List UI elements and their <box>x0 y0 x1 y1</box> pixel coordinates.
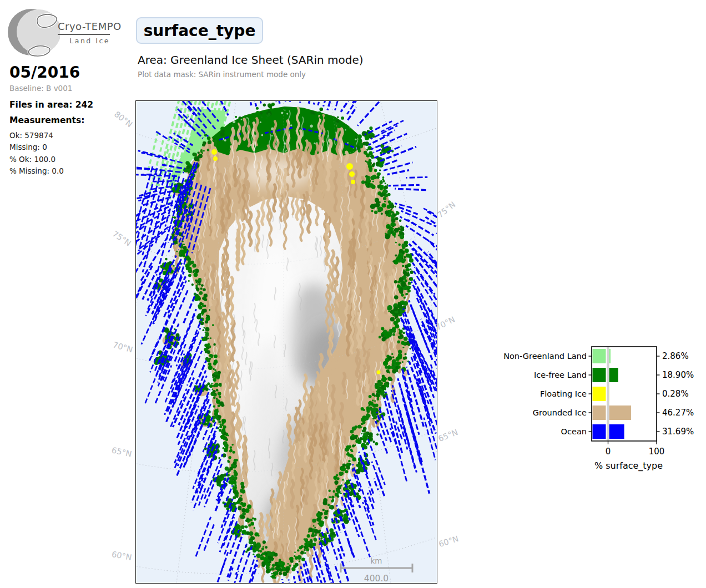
value-label-4: 31.69% <box>662 427 694 437</box>
category-label-3: Grounded Ice <box>533 408 587 417</box>
lat-tick-70n-right: 70°N <box>434 315 456 332</box>
lat-tick-65n-right: 65°N <box>437 428 459 443</box>
bar-0 <box>609 349 611 363</box>
value-label-1: 18.90% <box>662 370 694 380</box>
lat-tick-75n-right: 75°N <box>436 200 457 219</box>
value-label-3: 46.27% <box>662 408 694 418</box>
x-tick-0: 0 <box>606 447 611 457</box>
value-label-0: 2.86% <box>662 351 689 361</box>
zero-line <box>607 347 609 440</box>
stat-pct-missing: % Missing: 0.0 <box>9 166 64 175</box>
lat-tick-60n-right: 60°N <box>437 534 460 549</box>
category-label-0: Non-Greenland Land <box>503 352 587 361</box>
cryo-tempo-logo-icon <box>7 4 60 60</box>
stat-ok: Ok: 579874 <box>9 131 53 140</box>
lat-tick-75n-left: 75°N <box>111 229 133 248</box>
legend-swatch-1 <box>593 368 606 382</box>
measurements-heading: Measurements: <box>9 115 84 125</box>
x-axis-label: % surface_type <box>594 460 663 472</box>
bar-4 <box>609 424 624 439</box>
period-label: 05/2016 <box>9 63 80 82</box>
area-subtitle: Area: Greenland Ice Sheet (SARin mode) <box>138 53 364 67</box>
legend-swatch-0 <box>593 349 606 363</box>
page: { "logo": { "title": "Cryo-TEMPO", "subt… <box>0 0 706 588</box>
logo-rule <box>58 34 110 35</box>
mask-note: Plot data mask: SARin instrument mode on… <box>138 70 306 79</box>
legend-swatch-3 <box>593 405 606 420</box>
stat-pct-ok: % Ok: 100.0 <box>9 155 56 164</box>
logo-subtitle: Land Ice <box>58 37 110 45</box>
value-label-2: 0.28% <box>662 389 689 399</box>
legend-swatch-2 <box>593 387 606 401</box>
logo-title: Cryo-TEMPO <box>58 21 122 32</box>
category-label-2: Floating Ice <box>540 389 587 398</box>
baseline-label: Baseline: B v001 <box>9 84 72 93</box>
greenland-map-plot: km 400.0 <box>135 100 437 584</box>
scalebar-unit: km <box>371 556 382 565</box>
legend-swatch-4 <box>593 424 606 439</box>
variable-title-badge: surface_type <box>136 17 263 44</box>
lat-tick-80n-left: 80°N <box>113 109 134 129</box>
lat-tick-60n-left: 60°N <box>111 550 133 562</box>
bar-3 <box>609 405 631 420</box>
category-label-4: Ocean <box>561 427 587 436</box>
files-in-area: Files in area: 242 <box>9 100 93 110</box>
lat-tick-65n-left: 65°N <box>111 445 133 458</box>
scalebar-value: 400.0 <box>364 574 389 583</box>
x-tick-100: 100 <box>649 447 665 457</box>
stat-missing: Missing: 0 <box>9 143 47 151</box>
surface-type-bar-chart: Non-Greenland Land2.86%Ice-free Land18.9… <box>472 339 706 478</box>
category-label-1: Ice-free Land <box>534 371 587 379</box>
map-canvas: km 400.0 <box>136 101 437 583</box>
bar-1 <box>609 368 618 382</box>
lat-tick-70n-left: 70°N <box>112 340 134 354</box>
